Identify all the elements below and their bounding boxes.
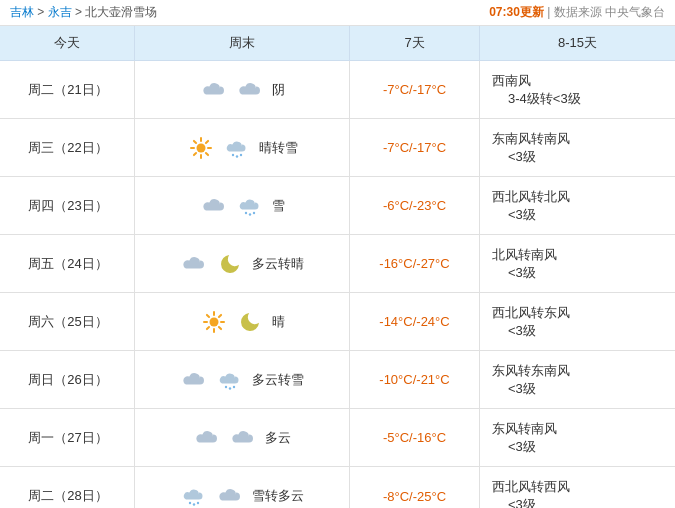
wind-level: 3-4级转<3级 (492, 90, 581, 108)
wind-info: 西北风转西风<3级 (480, 467, 675, 508)
wind-info: 东风转东南风<3级 (480, 351, 675, 408)
svg-line-21 (218, 326, 220, 328)
weather-desc: 多云转晴 (252, 255, 304, 273)
svg-point-12 (244, 211, 246, 213)
day-text: 周四（23日） (28, 197, 107, 215)
weather-icon-2 (229, 424, 257, 452)
table-row: 周二（21日） 阴-7°C/-17°C西南风3-4级转<3级 (0, 61, 675, 119)
wind-level: <3级 (492, 496, 536, 508)
temperature: -7°C/-17°C (350, 119, 480, 176)
svg-point-10 (235, 155, 237, 157)
svg-point-28 (193, 503, 195, 505)
wind-direction: 东风转南风 (492, 420, 557, 438)
svg-point-24 (225, 385, 227, 387)
weather-desc: 多云 (265, 429, 291, 447)
weather-desc: 晴 (272, 313, 285, 331)
weather-icon-cell: 晴转雪 (135, 119, 350, 176)
day-text: 周六（25日） (28, 313, 107, 331)
wind-info: 北风转南风<3级 (480, 235, 675, 292)
temperature: -10°C/-21°C (350, 351, 480, 408)
wind-direction: 西南风 (492, 72, 531, 90)
wind-info: 西北风转东风<3级 (480, 293, 675, 350)
svg-point-13 (248, 213, 250, 215)
breadcrumb-jilin[interactable]: 吉林 (10, 5, 34, 19)
weather-icon-cell: 雪 (135, 177, 350, 234)
temperature: -16°C/-27°C (350, 235, 480, 292)
header-weekend: 周末 (135, 26, 350, 60)
wind-info: 东风转南风<3级 (480, 409, 675, 466)
svg-point-25 (229, 387, 231, 389)
svg-line-22 (218, 314, 220, 316)
wind-level: <3级 (492, 438, 536, 456)
temperature: -8°C/-25°C (350, 467, 480, 508)
header-7day: 7天 (350, 26, 480, 60)
weather-table: 周二（21日） 阴-7°C/-17°C西南风3-4级转<3级周三（22日） 晴转… (0, 61, 675, 508)
breadcrumb-current: 北大壶滑雪场 (85, 5, 157, 19)
svg-line-8 (193, 152, 195, 154)
weather-icon-2 (236, 308, 264, 336)
data-source: 数据来源 中央气象台 (554, 5, 665, 19)
day-text: 周日（26日） (28, 371, 107, 389)
weather-icon-2 (223, 134, 251, 162)
table-row: 周二（28日） 雪转多云-8°C/-25°C西北风转西风<3级 (0, 467, 675, 508)
weather-icon-1 (200, 192, 228, 220)
day-label: 周一（27日） (0, 409, 135, 466)
table-row: 周一（27日） 多云-5°C/-16°C东风转南风<3级 (0, 409, 675, 467)
weather-desc: 晴转雪 (259, 139, 298, 157)
day-label: 周五（24日） (0, 235, 135, 292)
day-text: 周二（21日） (28, 81, 107, 99)
svg-line-6 (205, 152, 207, 154)
weather-desc: 雪 (272, 197, 285, 215)
wind-level: <3级 (492, 206, 536, 224)
wind-level: <3级 (492, 264, 536, 282)
day-text: 周一（27日） (28, 429, 107, 447)
svg-line-20 (206, 314, 208, 316)
top-bar: 吉林 > 永吉 > 北大壶滑雪场 07:30更新 | 数据来源 中央气象台 (0, 0, 675, 26)
top-right-info: 07:30更新 | 数据来源 中央气象台 (489, 4, 665, 21)
wind-info: 东南风转南风<3级 (480, 119, 675, 176)
update-time: 07:30更新 (489, 5, 544, 19)
weather-icon-cell: 雪转多云 (135, 467, 350, 508)
weather-desc: 多云转雪 (252, 371, 304, 389)
wind-level: <3级 (492, 380, 536, 398)
day-label: 周六（25日） (0, 293, 135, 350)
temperature: -6°C/-23°C (350, 177, 480, 234)
weather-icon-1 (180, 482, 208, 508)
weather-icon-2 (236, 76, 264, 104)
day-label: 周二（21日） (0, 61, 135, 118)
day-text: 周三（22日） (28, 139, 107, 157)
weather-icon-2 (216, 250, 244, 278)
svg-line-7 (205, 140, 207, 142)
svg-line-23 (206, 326, 208, 328)
breadcrumb: 吉林 > 永吉 > 北大壶滑雪场 (10, 4, 157, 21)
wind-direction: 东风转东南风 (492, 362, 570, 380)
wind-direction: 西北风转西风 (492, 478, 570, 496)
wind-direction: 西北风转东风 (492, 304, 570, 322)
svg-point-27 (189, 502, 191, 504)
day-label: 周三（22日） (0, 119, 135, 176)
svg-point-26 (233, 385, 235, 387)
weather-icon-2 (236, 192, 264, 220)
svg-point-14 (252, 211, 254, 213)
temperature: -7°C/-17°C (350, 61, 480, 118)
table-row: 周三（22日） 晴转雪-7°C/-17°C东南风转南风<3级 (0, 119, 675, 177)
table-row: 周四（23日） 雪-6°C/-23°C西北风转北风<3级 (0, 177, 675, 235)
wind-direction: 北风转南风 (492, 246, 557, 264)
weather-icon-1 (180, 250, 208, 278)
wind-direction: 西北风转北风 (492, 188, 570, 206)
svg-point-0 (196, 143, 205, 152)
svg-point-9 (231, 153, 233, 155)
day-label: 周四（23日） (0, 177, 135, 234)
breadcrumb-yongji[interactable]: 永吉 (48, 5, 72, 19)
weather-icon-1 (200, 308, 228, 336)
weather-icon-1 (200, 76, 228, 104)
weather-desc: 雪转多云 (252, 487, 304, 505)
weather-icon-cell: 晴 (135, 293, 350, 350)
weather-icon-2 (216, 366, 244, 394)
weather-icon-cell: 多云转雪 (135, 351, 350, 408)
table-row: 周日（26日） 多云转雪-10°C/-21°C东风转东南风<3级 (0, 351, 675, 409)
table-row: 周六（25日） 晴-14°C/-24°C西北风转东风<3级 (0, 293, 675, 351)
wind-info: 西北风转北风<3级 (480, 177, 675, 234)
day-label: 周日（26日） (0, 351, 135, 408)
weather-icon-cell: 多云 (135, 409, 350, 466)
